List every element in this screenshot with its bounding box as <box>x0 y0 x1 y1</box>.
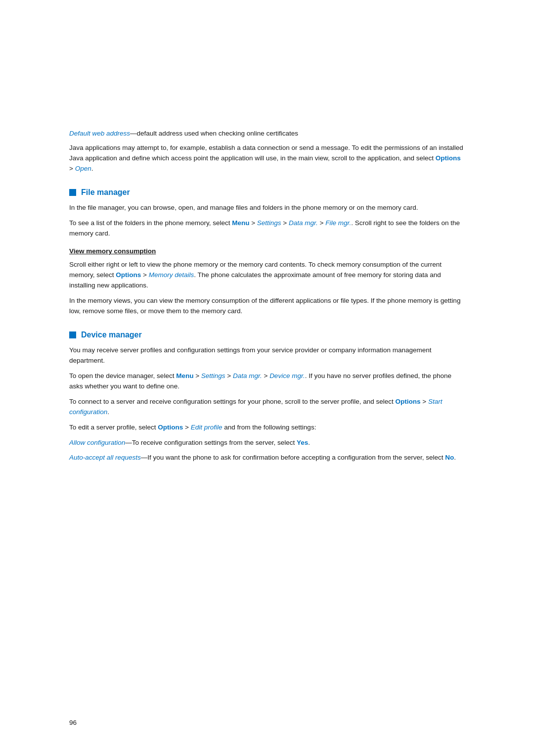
view-memory-subsection-title: View memory consumption <box>69 247 465 255</box>
settings-link-fm: Settings <box>257 219 281 227</box>
yes-label: Yes <box>297 439 308 446</box>
intro-para-2: Java applications may attempt to, for ex… <box>69 143 465 174</box>
device-manager-title: Device manager <box>81 331 142 339</box>
file-manager-para2: To see a list of the folders in the phon… <box>69 218 465 239</box>
open-link-intro: Open <box>75 165 91 172</box>
page-content: Default web address—default address used… <box>69 129 465 463</box>
device-manager-header: Device manager <box>69 331 465 339</box>
memory-details-link: Memory details <box>149 271 194 279</box>
setting2-para: Auto-accept all requests—If you want the… <box>69 453 465 463</box>
device-manager-para3: To connect to a server and receive confi… <box>69 397 465 418</box>
menu-link-fm: Menu <box>232 219 249 227</box>
options-link-memory: Options <box>116 271 141 279</box>
page: Default web address—default address used… <box>0 0 534 756</box>
setting1-para: Allow configuration—To receive configura… <box>69 438 465 448</box>
file-manager-header: File manager <box>69 188 465 197</box>
device-manager-para1: You may receive server profiles and conf… <box>69 345 465 366</box>
device-manager-para2: To open the device manager, select Menu … <box>69 371 465 392</box>
default-web-address-link[interactable]: Default web address <box>69 130 130 137</box>
edit-profile-link: Edit profile <box>191 424 222 431</box>
datamgr-link-fm: Data mgr. <box>289 219 318 227</box>
auto-accept-link: Auto-accept all requests <box>69 454 141 461</box>
device-manager-para4: To edit a server profile, select Options… <box>69 423 465 433</box>
view-memory-para1: Scroll either right or left to view the … <box>69 260 465 291</box>
datamgr-link-dm: Data mgr. <box>233 372 262 379</box>
file-manager-title: File manager <box>81 188 130 197</box>
options-link-dm4: Options <box>158 424 183 431</box>
settings-link-dm: Settings <box>201 372 225 379</box>
options-link-intro: Options <box>436 154 461 162</box>
file-manager-icon <box>69 189 76 196</box>
options-link-dm3: Options <box>396 398 421 405</box>
device-manager-icon <box>69 331 76 338</box>
no-label: No <box>445 454 454 461</box>
file-manager-para1: In the file manager, you can browse, ope… <box>69 203 465 213</box>
allow-config-link: Allow configuration <box>69 439 125 446</box>
page-number: 96 <box>69 719 77 726</box>
view-memory-para2: In the memory views, you can view the me… <box>69 296 465 317</box>
devicemgr-link-dm: Device mgr. <box>269 372 305 379</box>
filemgr-link-fm: File mgr. <box>325 219 351 227</box>
intro-para-1: Default web address—default address used… <box>69 129 465 139</box>
menu-link-dm: Menu <box>176 372 193 379</box>
